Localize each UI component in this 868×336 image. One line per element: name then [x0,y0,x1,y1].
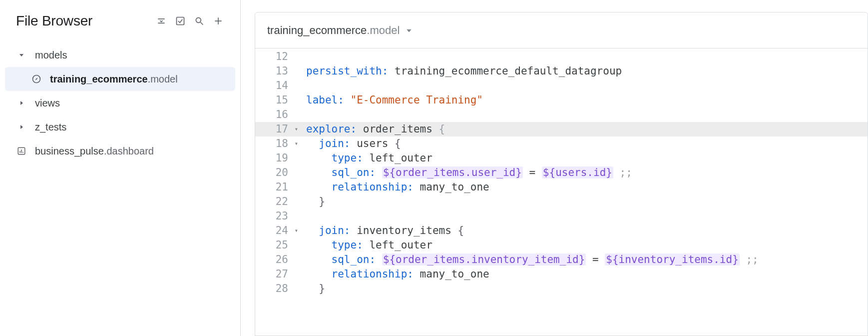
code-line: relationship: many_to_one [306,267,868,282]
file-extension: .model [148,74,178,84]
chevron-right-icon [16,124,27,130]
svg-marker-9 [35,78,38,80]
tab-dropdown-icon[interactable] [406,24,413,37]
svg-marker-7 [19,54,23,56]
sidebar-title: File Browser [16,13,155,29]
file-label: business_pulse.dashboard [35,146,154,157]
folder-label: views [35,98,60,109]
code-line: relationship: many_to_one [306,180,868,194]
sidebar-header: File Browser [0,13,240,39]
line-number: 24▾ [255,224,291,238]
file-browser-sidebar: File Browser [0,0,241,336]
editor-tabbar: training_ecommerce.model [255,12,868,48]
svg-point-3 [196,18,201,22]
line-number: 12 [255,50,291,64]
line-number: 23 [255,209,291,224]
collapse-icon[interactable] [155,15,167,27]
folder-z-tests[interactable]: z_tests [0,115,240,139]
file-label: training_ecommerce.model [50,74,178,85]
file-name: business_pulse [35,146,104,156]
line-number: 13 [255,64,291,78]
compass-icon [31,74,42,84]
code-line: join: inventory_items { [306,224,868,238]
line-number: 15 [255,93,291,108]
file-tree: models training_ecommerce.model views [0,39,240,163]
file-extension: .dashboard [104,146,154,156]
code-line [306,108,868,122]
folder-models[interactable]: models [0,43,240,67]
line-number: 20 [255,166,291,180]
editor-panel: training_ecommerce.model 12 13 14 15 16 … [241,0,868,336]
svg-line-4 [201,22,203,25]
code-line: type: left_outer [306,151,868,166]
editor-container: training_ecommerce.model 12 13 14 15 16 … [255,12,868,336]
code-line: sql_on: ${order_items.inventory_item_id}… [306,252,868,267]
fold-icon[interactable]: ▾ [295,122,298,136]
code-line: type: left_outer [306,238,868,252]
code-line-active: explore: order_items { [255,122,868,136]
code-line: } [306,194,868,209]
file-name: training_ecommerce [50,74,148,84]
folder-views[interactable]: views [0,91,240,115]
line-number: 18▾ [255,136,291,151]
tab-filename[interactable]: training_ecommerce [267,24,367,37]
app-root: File Browser [0,0,868,336]
sidebar-actions [155,15,224,27]
line-number: 19 [255,151,291,166]
svg-rect-2 [177,18,184,25]
line-gutter: 12 13 14 15 16 17▾ 18▾ 19 20 21 22 23 24… [255,48,291,336]
code-line: persist_with: training_ecommerce_default… [306,64,868,78]
code-line: join: users { [306,136,868,151]
line-number: 28 [255,282,291,296]
svg-marker-11 [20,125,23,129]
code-body[interactable]: persist_with: training_ecommerce_default… [291,48,868,336]
line-number: 17▾ [255,122,291,136]
code-line [306,209,868,224]
line-number: 16 [255,108,291,122]
add-icon[interactable] [212,15,224,27]
file-training-ecommerce-model[interactable]: training_ecommerce.model [5,67,235,91]
folder-label: models [35,50,67,61]
code-line [306,78,868,93]
fold-icon[interactable]: ▾ [295,224,298,238]
tab-extension: .model [367,24,400,37]
line-number: 25 [255,238,291,252]
code-line: } [306,282,868,296]
chevron-down-icon [16,52,27,58]
svg-marker-16 [407,29,412,32]
line-number: 27 [255,267,291,282]
line-number: 21 [255,180,291,194]
svg-marker-10 [20,101,23,105]
line-number: 26 [255,252,291,267]
code-line: label: "E-Commerce Training" [306,93,868,108]
file-business-pulse-dashboard[interactable]: business_pulse.dashboard [0,139,240,163]
code-editor[interactable]: 12 13 14 15 16 17▾ 18▾ 19 20 21 22 23 24… [255,48,868,336]
dashboard-icon [16,146,27,156]
code-line: sql_on: ${order_items.user_id} = ${users… [306,166,868,180]
chevron-right-icon [16,100,27,106]
search-icon[interactable] [193,15,205,27]
validate-icon[interactable] [174,15,186,27]
folder-label: z_tests [35,122,66,133]
line-number: 14 [255,78,291,93]
code-line [306,50,868,64]
line-number: 22 [255,194,291,209]
fold-icon[interactable]: ▾ [295,136,298,151]
